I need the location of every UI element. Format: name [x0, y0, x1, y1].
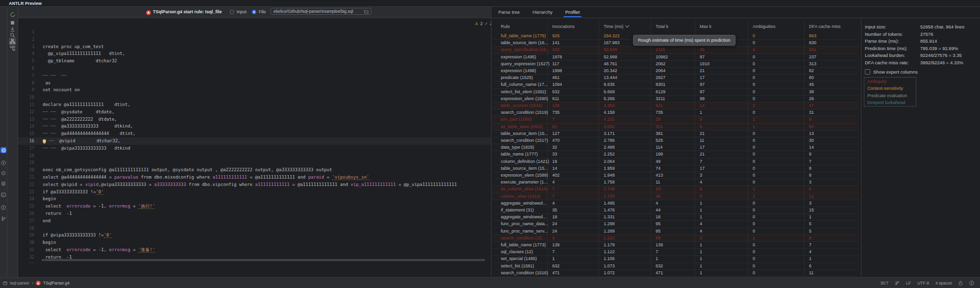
- code-segment: set nocount on: [43, 87, 80, 92]
- antlr-preview-tool-icon[interactable]: [0, 147, 6, 153]
- expert-columns-checkbox[interactable]: [865, 69, 870, 75]
- profiler-cell: 47: [809, 103, 814, 108]
- inspections-widget[interactable]: ⚠ 2 ✓ 23: [475, 21, 491, 26]
- file-path-field[interactable]: ebelice/Github/tsql-parser/examples/big.…: [270, 8, 371, 15]
- profiler-row[interactable]: data_type (1829)322.48811417014: [491, 144, 858, 151]
- terminal-icon[interactable]: [0, 192, 6, 198]
- profiler-row[interactable]: full_column_name (17...10948.63583019704…: [491, 81, 858, 88]
- input-radio-label[interactable]: Input: [237, 9, 246, 14]
- profiler-cell: 1: [700, 256, 702, 261]
- profiler-row[interactable]: search_condition (1516)4711.0724711011: [491, 269, 858, 277]
- profiler-row[interactable]: search_condition (1517)4702.78652511030: [491, 137, 858, 144]
- caret-position[interactable]: 30:7: [880, 281, 888, 286]
- indent-setting[interactable]: 4 spaces: [935, 281, 952, 286]
- breadcrumb-project[interactable]: tsql-parser: [10, 281, 29, 286]
- problems-icon[interactable]: [0, 205, 6, 210]
- code-text: set nocount on: [43, 86, 80, 94]
- column-header-rule[interactable]: Rule: [501, 24, 510, 29]
- rule-cell: predicate (1525): [501, 75, 550, 80]
- profiler-cell: 5: [700, 186, 702, 191]
- profiler-row[interactable]: func_proc_name_data...241.29895405: [491, 220, 858, 228]
- profiler-row[interactable]: join_part (1550)74.13129919: [491, 116, 858, 123]
- code-segment: =: [324, 175, 332, 180]
- profiler-cell: 38: [809, 89, 814, 94]
- profiler-cell: 99: [700, 96, 705, 101]
- profiler-row[interactable]: expression_elem (1590)6115.266321199026: [491, 95, 858, 103]
- expert-columns-label[interactable]: Show expert columns: [873, 69, 918, 75]
- project-window-icon[interactable]: [3, 281, 7, 286]
- profiler-row[interactable]: table_sources (1544)1384.36352114247: [491, 102, 858, 109]
- hierarchy-icon[interactable]: [9, 38, 16, 45]
- rule-cell: search_condition (1516): [501, 270, 550, 275]
- window-titlebar: [0, 0, 980, 7]
- file-encoding[interactable]: UTF-8: [917, 281, 929, 286]
- code-segment: ,@vipa333333333333 =: [98, 182, 154, 187]
- profiler-row[interactable]: full_table_name (1773)1391.179139107: [491, 241, 858, 249]
- column-header-invocations[interactable]: Invocations: [552, 24, 575, 29]
- services-icon[interactable]: [0, 181, 6, 186]
- profiler-row[interactable]: search_condition (15...41.22289318: [491, 235, 858, 242]
- profiler-cell: 313: [809, 61, 816, 66]
- profiler-row[interactable]: expression (1498)199820.342206421082: [491, 67, 858, 75]
- profiler-cell: 0: [753, 152, 755, 157]
- profiler-cell: 199: [656, 152, 663, 157]
- file-radio-label[interactable]: File: [259, 9, 266, 14]
- profiler-cell: 632: [552, 263, 560, 268]
- git-branch-icon[interactable]: [0, 216, 6, 222]
- breadcrumb-file[interactable]: TSqlParser.g4: [43, 281, 70, 286]
- profiler-row[interactable]: aggregate_windowed...181.33118101: [491, 213, 858, 221]
- run-icon[interactable]: [0, 160, 6, 166]
- column-header-dfa-cache-miss[interactable]: DFA cache miss: [809, 24, 841, 29]
- profiler-row[interactable]: execute_parameter (1...41.75811403: [491, 179, 858, 186]
- file-radio[interactable]: [252, 10, 256, 15]
- column-header-total-k[interactable]: Total k: [656, 24, 668, 29]
- profiler-row[interactable]: query_specification (15...16260.84821184…: [491, 46, 858, 53]
- line-separator[interactable]: LF: [906, 281, 911, 286]
- profiler-row[interactable]: if_statement (31)351.476441015: [491, 207, 858, 214]
- antlr-icon[interactable]: A: [0, 170, 6, 176]
- profiler-row[interactable]: query_expression (1527)11748.76120621910…: [491, 60, 858, 68]
- profiler-row[interactable]: aggregate_windowed...41.4954103: [491, 200, 858, 207]
- folder-icon[interactable]: [364, 9, 368, 14]
- input-radio[interactable]: [230, 10, 234, 15]
- profiler-row[interactable]: select_list_elem (1592)6326.669612997038: [491, 88, 858, 96]
- tab-parse-tree[interactable]: Parse tree: [498, 8, 520, 17]
- code-editor[interactable]: 123create proc up_com_test4 @p_vipa11111…: [18, 18, 491, 263]
- profiler-cell: 4.363: [604, 103, 615, 108]
- profiler-row[interactable]: func_proc_name_serv...241.28995405: [491, 228, 858, 235]
- no-wrap-icon[interactable]: [895, 281, 900, 286]
- column-header-ambiguities[interactable]: Ambiguities: [753, 24, 776, 29]
- profiler-row[interactable]: column_definition (1421)182.06449707: [491, 158, 858, 165]
- profiler-row[interactable]: table_source_item (15...1273.17138121013: [491, 130, 858, 137]
- profiler-row[interactable]: table_name (1777)332.2521992109: [491, 151, 858, 158]
- notifications-icon[interactable]: [969, 281, 974, 286]
- code-segment: ──: [46, 138, 59, 143]
- profiler-row[interactable]: select_list (1581)6321.073632106: [491, 262, 858, 270]
- code-segment: select @a444444444444444 =: [43, 175, 114, 180]
- code-text: @p_tblname dtchar32: [43, 57, 117, 65]
- lock-icon[interactable]: [958, 281, 963, 286]
- profiler-row[interactable]: table_source_item (15...141.959741708: [491, 165, 858, 172]
- column-header-max-k[interactable]: Max k: [700, 24, 711, 29]
- intention-bulb-icon[interactable]: [43, 139, 46, 143]
- profiler-row[interactable]: sql_clauses (12)71.1227104: [491, 248, 858, 256]
- profiler-row[interactable]: expression (1495)197852.99910982970237: [491, 53, 858, 61]
- refresh-icon[interactable]: [9, 11, 16, 18]
- profiler-row[interactable]: predicate (1525)46113.444292717080: [491, 74, 858, 81]
- profiler-row[interactable]: search_condition (1519)7354.1587351031: [491, 109, 858, 116]
- rule-cell: as_column_alias (1614): [501, 186, 550, 191]
- profiler-row[interactable]: column_alias (1616)71.703489112: [491, 193, 858, 200]
- tab-profiler[interactable]: Profiler: [564, 8, 580, 17]
- profiler-tabs: Parse treeHierarchyProfiler: [498, 7, 581, 18]
- profiler-row[interactable]: as_column_alias (1614)71.74818516: [491, 185, 858, 193]
- code-text: if @a333333333333 !='0': [43, 188, 104, 196]
- profiler-cell: 1.758: [604, 180, 615, 184]
- tab-hierarchy[interactable]: Hierarchy: [532, 8, 553, 17]
- column-header-time-ms-[interactable]: Time (ms): [604, 24, 629, 29]
- tree-view-icon[interactable]: [9, 45, 16, 52]
- profiler-row[interactable]: expression_elem (1589)4021.948413308: [491, 172, 858, 179]
- code-segment: '0': [104, 233, 112, 238]
- profiler-row[interactable]: as_table_alias (1562)823.6823015152: [491, 123, 858, 131]
- horizontal-scrollbar[interactable]: [42, 259, 485, 261]
- profiler-row[interactable]: set_special (1485)11.1051101: [491, 255, 858, 262]
